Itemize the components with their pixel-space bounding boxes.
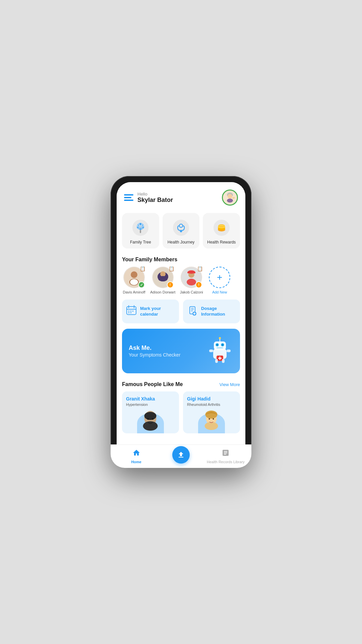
dosage-icon	[187, 306, 198, 318]
svg-rect-48	[132, 311, 133, 312]
health-rewards-label: Health Rewards	[207, 240, 236, 245]
username-text: Skylar Bator	[137, 197, 173, 204]
famous-condition-gigi: Rheumotoid Arthritis	[187, 402, 236, 407]
svg-rect-42	[127, 307, 136, 315]
svg-point-35	[160, 271, 166, 277]
svg-point-27	[218, 225, 225, 227]
svg-point-66	[219, 337, 221, 339]
nav-home[interactable]: Home	[117, 449, 159, 462]
add-member-label: Add New	[212, 290, 227, 294]
action-family-tree[interactable]: Family Tree	[122, 213, 159, 249]
member-name-davis: Davis Aminoff	[123, 290, 145, 294]
ask-me-text: Ask Me.	[129, 344, 180, 352]
svg-point-63	[222, 344, 224, 346]
svg-rect-40	[187, 272, 195, 273]
home-icon	[132, 449, 140, 459]
svg-point-41	[187, 279, 196, 285]
svg-rect-72	[215, 359, 218, 363]
calendar-label: Mark your calendar	[140, 306, 175, 317]
svg-point-83	[213, 418, 214, 420]
bottom-navigation: Home Health Records Library	[117, 444, 245, 462]
nav-health-records-label: Health Records Library	[207, 460, 245, 462]
family-section-title: Your Family Members	[122, 257, 177, 263]
view-more-link[interactable]: View More	[220, 382, 240, 387]
add-member-item[interactable]: + Add New	[207, 267, 232, 294]
member-jakob[interactable]: ! 📋 Jakob Calzoni	[179, 267, 203, 294]
add-member-button[interactable]: +	[209, 267, 230, 288]
famous-granit[interactable]: Granit Xhaka Hypertension	[122, 391, 179, 433]
calendar-button[interactable]: Mark your calendar	[122, 300, 179, 323]
quick-buttons-section: Mark your calendar	[117, 300, 245, 329]
nav-home-label: Home	[131, 460, 141, 462]
health-records-icon	[222, 449, 230, 459]
member-name-jakob: Jakob Calzoni	[180, 290, 203, 294]
svg-point-3	[227, 199, 233, 203]
member-davis[interactable]: ✓ 📋 Davis Aminoff	[122, 267, 146, 294]
phone-screen: Hello Skylar Bator	[117, 182, 245, 462]
member-name-adison: Adison Dorwart	[150, 290, 175, 294]
family-tree-icon	[131, 218, 150, 237]
health-journey-icon	[172, 218, 190, 237]
header: Hello Skylar Bator	[117, 182, 245, 210]
robot-icon	[206, 336, 233, 366]
symptoms-banner[interactable]: Ask Me. Your Symptoms Checker	[122, 329, 240, 373]
avatar[interactable]	[222, 190, 238, 206]
svg-point-61	[216, 344, 218, 346]
svg-point-80	[205, 411, 218, 419]
nav-health-records[interactable]: Health Records Library	[203, 449, 245, 462]
famous-portrait-gigi	[187, 407, 236, 433]
member-avatar-jakob: ! 📋	[181, 267, 202, 288]
dosage-label: Dosage Information	[201, 306, 236, 317]
quick-actions-section: Family Tree Health Journ	[117, 210, 245, 254]
member-badge-jakob: !	[195, 281, 202, 288]
svg-point-20	[180, 230, 182, 232]
svg-point-2	[228, 194, 232, 199]
nav-fab-item	[159, 446, 203, 462]
symptoms-text: Ask Me. Your Symptoms Checker	[129, 344, 180, 358]
member-badge-adison: !	[167, 281, 174, 288]
header-text: Hello Skylar Bator	[137, 192, 173, 204]
symptoms-subtitle: Your Symptoms Checker	[129, 352, 180, 358]
famous-people-grid: Granit Xhaka Hypertension	[117, 391, 245, 439]
dosage-button[interactable]: Dosage Information	[183, 300, 240, 323]
main-content: Family Tree Health Journ	[117, 210, 245, 462]
famous-name-granit: Granit Xhaka	[126, 396, 175, 401]
svg-rect-46	[128, 311, 129, 312]
svg-rect-47	[130, 311, 131, 312]
svg-rect-50	[130, 312, 131, 313]
svg-rect-67	[209, 350, 213, 352]
famous-condition-granit: Hypertension	[126, 402, 175, 407]
member-badge-davis: ✓	[138, 281, 145, 288]
svg-rect-64	[217, 347, 223, 348]
header-left: Hello Skylar Bator	[124, 192, 173, 204]
fab-upload-button[interactable]	[172, 446, 190, 462]
family-section-header: Your Family Members	[117, 254, 245, 267]
svg-point-75	[144, 412, 157, 420]
svg-point-29	[131, 271, 137, 278]
member-adison[interactable]: ! 📋 Adison Dorwart	[150, 267, 175, 294]
famous-section-header: Famous People Like Me View More	[117, 379, 245, 391]
action-health-journey[interactable]: Health Journey	[163, 213, 200, 249]
famous-name-gigi: Gigi Hadid	[187, 396, 236, 401]
action-health-rewards[interactable]: Health Rewards	[203, 213, 240, 249]
svg-rect-49	[128, 312, 129, 313]
svg-rect-73	[222, 359, 225, 363]
health-journey-label: Health Journey	[168, 240, 195, 245]
health-rewards-icon	[212, 218, 231, 237]
svg-point-78	[152, 418, 154, 420]
svg-point-77	[147, 418, 149, 420]
svg-rect-59	[214, 341, 226, 350]
menu-button[interactable]	[124, 194, 133, 201]
svg-point-82	[209, 418, 210, 420]
family-members-list: ✓ 📋 Davis Aminoff	[117, 267, 245, 300]
famous-portrait-granit	[126, 407, 175, 433]
member-avatar-davis: ✓ 📋	[123, 267, 145, 288]
svg-point-81	[205, 422, 218, 430]
greeting-text: Hello	[137, 192, 173, 197]
svg-rect-68	[227, 350, 231, 352]
famous-gigi[interactable]: Gigi Hadid Rheumotoid Arthritis	[183, 391, 240, 433]
svg-point-76	[143, 421, 158, 431]
member-avatar-adison: ! 📋	[152, 267, 174, 288]
famous-section-title: Famous People Like Me	[122, 381, 183, 387]
svg-point-36	[158, 276, 168, 281]
